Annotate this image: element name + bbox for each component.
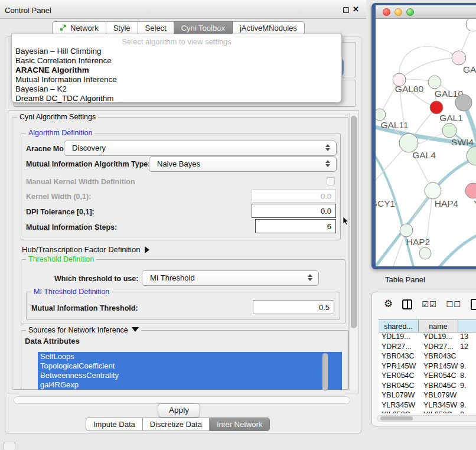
column-header-partial[interactable]	[458, 320, 476, 332]
network-node[interactable]	[419, 247, 431, 259]
table-row[interactable]: YBR043CYBR043C	[379, 352, 476, 362]
node-label: Y	[474, 198, 476, 208]
network-window-titlebar[interactable]	[376, 5, 476, 19]
network-edge[interactable]	[440, 234, 476, 266]
hub-expander[interactable]: Hub/Transcription Factor Definition	[22, 245, 149, 254]
attribute-item[interactable]: BetweennessCentrality	[38, 371, 342, 380]
mi-type-label: Mutual Information Algorithm Type:	[26, 160, 150, 168]
table-toolbar: ⚙ ☑☑ ☐☐	[384, 298, 476, 310]
network-node[interactable]	[455, 94, 472, 111]
document-icon[interactable]	[471, 299, 476, 310]
control-panel-tabbar: Network Style Select Cyni Toolbox jActiv…	[52, 21, 305, 35]
tab-style[interactable]: Style	[106, 21, 138, 35]
zoom-traffic-light-icon[interactable]	[406, 8, 414, 16]
float-window-icon[interactable]	[343, 7, 349, 13]
table-row[interactable]: YDL19...YDL19...13	[379, 332, 476, 343]
attribute-item[interactable]: gal4RGexp	[38, 380, 342, 390]
manual-kernel-checkbox[interactable]	[327, 177, 335, 185]
table-horizontal-scrollbar[interactable]	[377, 415, 476, 422]
node-label: HAP2	[406, 237, 431, 247]
aracne-mode-combobox[interactable]: Discovery	[64, 141, 337, 156]
table-cell: YDL19...	[379, 332, 419, 343]
network-node[interactable]	[428, 76, 441, 89]
tab-select[interactable]: Select	[138, 21, 174, 35]
table-row[interactable]: YPR145WYPR145W9.	[379, 362, 476, 372]
close-traffic-light-icon[interactable]	[383, 8, 390, 16]
mi-threshold-label: Mutual Information Threshold:	[31, 304, 138, 312]
network-canvas[interactable]: GALGAL80GAL10GAL1GAL11SWI4GAL4GCY1HAP4YH…	[376, 19, 476, 266]
table-cell	[458, 352, 476, 362]
table-cell: 9	[458, 410, 476, 413]
columns-icon[interactable]	[402, 299, 412, 309]
table-row[interactable]: YDR27...YDR27...12	[379, 343, 476, 353]
column-header-name[interactable]: name	[419, 320, 458, 332]
kernel-width-input[interactable]: 0.0	[252, 189, 336, 203]
network-node[interactable]	[425, 182, 441, 199]
select-all-icon[interactable]: ☑☑	[422, 300, 436, 309]
which-threshold-combobox[interactable]: MI Threshold	[142, 270, 319, 286]
tab-discretize-data[interactable]: Discretize Data	[143, 418, 210, 431]
minimized-panel-icon[interactable]	[4, 442, 15, 450]
network-node[interactable]	[452, 51, 466, 65]
data-attributes-list: SelfLoopsTopologicalCoefficientBetweenne…	[38, 352, 342, 390]
close-icon[interactable]: ✕	[353, 5, 359, 14]
algorithm-option[interactable]: Dream8 DC_TDC Algorithm	[12, 94, 341, 103]
network-edge[interactable]	[399, 58, 459, 80]
spinner-arrows-icon	[325, 144, 331, 151]
table-cell: 8.	[458, 371, 476, 381]
network-node[interactable]	[400, 224, 413, 237]
node-table: shared... name YDL19...YDL19...13YDR27..…	[379, 319, 476, 413]
dpi-tolerance-input[interactable]: 0.0	[252, 204, 336, 218]
column-header-shared-name[interactable]: shared...	[379, 320, 419, 332]
tab-infer-network[interactable]: Infer Network	[210, 418, 270, 431]
table-panel-title: Table Panel	[385, 275, 425, 284]
algorithm-dropdown-list: Bayesian – Hill ClimbingBasic Correlatio…	[12, 47, 341, 103]
tab-impute-data[interactable]: Impute Data	[86, 418, 143, 431]
table-row[interactable]: YBL079WYBL079W	[379, 391, 476, 401]
node-label: GCY1	[376, 198, 395, 208]
manual-kernel-label: Manual Kernel Width Definition	[26, 178, 135, 186]
table-row[interactable]: YIL052CYIL052C9	[379, 410, 476, 413]
algorithm-option[interactable]: Bayesian – K2	[12, 84, 341, 94]
algorithm-definition-group: Algorithm Definition Aracne Mode: Discov…	[21, 133, 341, 240]
mi-steps-input[interactable]: 6	[255, 219, 336, 233]
table-body: YDL19...YDL19...13YDR27...YDR27...12YBR0…	[379, 332, 476, 413]
algorithm-option[interactable]: Mutual Information Inference	[12, 75, 341, 84]
settings-vertical-scrollbar[interactable]	[349, 113, 357, 390]
tab-network[interactable]: Network	[52, 21, 106, 35]
table-cell: YBR043C	[379, 352, 419, 362]
table-header-row: shared... name	[379, 319, 476, 332]
table-cell: YBR045C	[419, 381, 458, 392]
mi-threshold-input[interactable]: 0.5	[253, 300, 334, 314]
network-node[interactable]	[465, 183, 476, 198]
network-node[interactable]	[442, 123, 457, 138]
tab-cyni-toolbox[interactable]: Cyni Toolbox	[174, 21, 233, 35]
minimize-traffic-light-icon[interactable]	[395, 8, 402, 16]
bottom-tabbar: Impute Data Discretize Data Infer Networ…	[86, 418, 270, 431]
attribute-item[interactable]: SelfLoops	[38, 352, 342, 361]
network-node[interactable]	[430, 101, 443, 114]
control-panel-titlebar: Control Panel ✕	[0, 0, 366, 19]
apply-button[interactable]: Apply	[158, 403, 200, 418]
network-node[interactable]	[466, 19, 476, 31]
network-node[interactable]	[376, 109, 386, 120]
control-panel-title: Control Panel	[5, 6, 51, 15]
table-cell: YER054C	[379, 371, 419, 381]
algorithm-option[interactable]: Bayesian – Hill Climbing	[12, 47, 341, 56]
tab-jactivemnodules[interactable]: jActiveMNodules	[233, 21, 305, 35]
node-label: SWI4	[451, 137, 474, 147]
table-row[interactable]: YLR345WYLR345W9.	[379, 401, 476, 411]
table-cell: YDL19...	[419, 332, 458, 343]
attribute-item[interactable]: TopologicalCoefficient	[38, 361, 342, 371]
table-row[interactable]: YBR045CYBR045C9.	[379, 381, 476, 392]
algorithm-option[interactable]: ARACNE Algorithm	[12, 66, 341, 75]
table-row[interactable]: YER054CYER054C8.	[379, 371, 476, 381]
settings-scroll-panel: Cyni Algorithm Settings Algorithm Defini…	[8, 110, 359, 393]
attributes-scrollbar[interactable]	[322, 353, 328, 391]
table-cell: YBL079W	[419, 391, 458, 401]
gear-icon[interactable]: ⚙	[384, 298, 393, 310]
mi-algorithm-type-combobox[interactable]: Naive Bayes	[149, 156, 337, 172]
table-cell	[458, 391, 476, 401]
algorithm-option[interactable]: Basic Correlation Inference	[12, 56, 341, 66]
deselect-all-icon[interactable]: ☐☐	[446, 300, 461, 309]
